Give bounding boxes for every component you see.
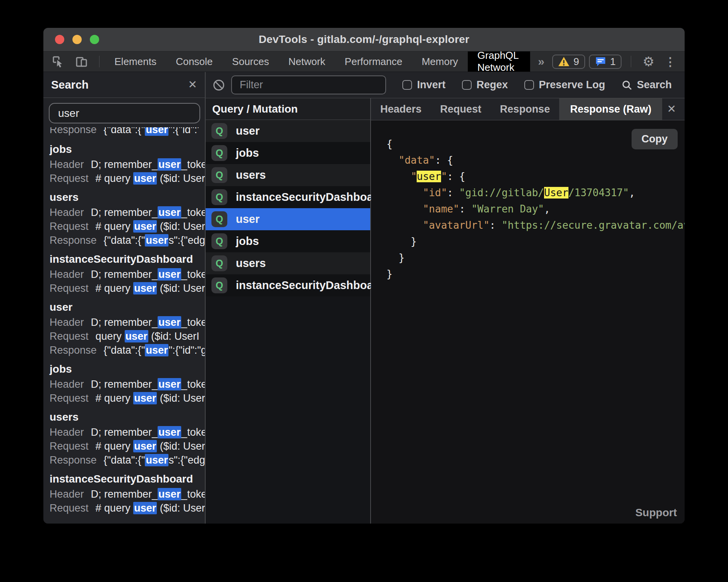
settings-gear-button[interactable]: ⚙ — [637, 51, 661, 72]
result-line-response[interactable]: Response{"data":{"user":{"id":"gid — [50, 343, 199, 357]
result-line-header[interactable]: HeaderD; remember_user_token=e — [50, 487, 199, 501]
result-line-response[interactable]: Response{"data":{"users":{"edges — [50, 233, 199, 247]
result-line-header[interactable]: HeaderD; remember_user_token=e — [50, 425, 199, 439]
result-line-header[interactable]: HeaderD; remember_user_token=e — [50, 205, 199, 219]
toolbar-search[interactable]: Search — [622, 79, 672, 91]
search-result-group[interactable]: userHeaderD; remember_user_token=eReques… — [50, 301, 199, 357]
query-row-jobs[interactable]: Qjobs — [206, 142, 370, 164]
result-text: # query — [96, 502, 134, 514]
result-text: ($id: UserI — [157, 440, 205, 452]
json-token: : — [489, 219, 501, 231]
result-line-label: Header — [50, 317, 84, 328]
tab-memory[interactable]: Memory — [412, 51, 468, 72]
checkbox-regex[interactable]: Regex — [462, 79, 508, 91]
result-line-request[interactable]: Requestquery user ($id: UserI — [50, 329, 199, 343]
result-line-request[interactable]: Request# query user ($id: UserI — [50, 281, 199, 295]
close-details-icon[interactable]: ✕ — [667, 104, 685, 115]
close-search-panel-icon[interactable]: ✕ — [188, 79, 197, 90]
result-group-title: user — [50, 301, 199, 314]
checkbox-box[interactable] — [402, 80, 412, 90]
result-line-request[interactable]: Request# query user ($id: UserI — [50, 171, 199, 185]
search-result-group[interactable]: instanceSecurityDashboardHeaderD; rememb… — [50, 472, 199, 515]
tab-response-raw[interactable]: Response (Raw) — [559, 98, 662, 120]
result-line-request[interactable]: Request# query user ($id: UserI — [50, 219, 199, 233]
tab-graphql-network[interactable]: GraphQL Network — [468, 51, 531, 72]
kebab-menu-button[interactable]: ⋮ — [661, 51, 685, 72]
result-text: # query — [96, 282, 134, 294]
checkbox-box[interactable] — [462, 80, 472, 90]
result-line-header[interactable]: HeaderD; remember_user_token=e — [50, 157, 199, 171]
tab-sources[interactable]: Sources — [222, 51, 278, 72]
json-token — [386, 154, 398, 166]
query-row-users[interactable]: Qusers — [206, 164, 370, 186]
result-line-label: Header — [50, 426, 84, 438]
search-result-group[interactable]: instanceSecurityDashboardHeaderD; rememb… — [50, 253, 199, 295]
messages-badge[interactable]: 1 — [589, 55, 622, 69]
query-row-label: users — [236, 169, 266, 181]
zoom-window-button[interactable] — [90, 35, 99, 44]
toolbar-divider — [99, 56, 100, 67]
highlighted-match: user — [133, 282, 157, 294]
result-text: # query — [96, 221, 134, 232]
result-text: # query — [96, 173, 134, 184]
clear-requests-button[interactable] — [213, 79, 225, 91]
json-token — [386, 203, 423, 215]
result-text: _token=e — [181, 488, 205, 500]
search-input[interactable] — [49, 103, 200, 123]
highlighted-match: user — [133, 440, 157, 452]
result-line-response[interactable]: Response{"data":{"user":{"id":"gid — [50, 127, 199, 137]
checkbox-invert[interactable]: Invert — [402, 79, 446, 91]
result-text: D; remember_ — [91, 488, 158, 500]
minimize-window-button[interactable] — [72, 35, 82, 44]
result-text: query — [96, 330, 125, 342]
result-text: ":{"id":"gid — [168, 344, 205, 356]
result-line-response[interactable]: Response{"data":{"users":{"edges — [50, 453, 199, 467]
badges-divider — [631, 56, 631, 67]
result-line-header[interactable]: HeaderD; remember_user_token=e — [50, 377, 199, 391]
search-result-group[interactable]: usersHeaderD; remember_user_token=eReque… — [50, 191, 199, 247]
search-result-group[interactable]: jobsHeaderD; remember_user_token=eReques… — [50, 363, 199, 405]
checkbox-box[interactable] — [524, 80, 534, 90]
device-toolbar-button[interactable] — [70, 51, 94, 72]
result-line-request[interactable]: Request# query user ($id: UserI — [50, 439, 199, 453]
result-line-header[interactable]: HeaderD; remember_user_token=e — [50, 267, 199, 281]
query-row-jobs[interactable]: Qjobs — [206, 230, 370, 252]
query-row-user[interactable]: Quser — [206, 120, 370, 142]
query-type-badge: Q — [211, 123, 227, 139]
checkbox-preserve-log[interactable]: Preserve Log — [524, 79, 605, 91]
tab-console[interactable]: Console — [166, 51, 222, 72]
result-line-request[interactable]: Request# query user ($id: UserI — [50, 391, 199, 405]
result-line-header[interactable]: HeaderD; remember_user_token=e — [50, 315, 199, 329]
inspect-element-button[interactable] — [43, 51, 70, 72]
highlighted-match: user — [133, 220, 157, 233]
query-row-instanceSecurityDashboard[interactable]: QinstanceSecurityDashboard — [206, 186, 370, 208]
search-result-group[interactable]: jobsHeaderD; remember_user_token=eReques… — [50, 143, 199, 185]
result-text: _token=e — [181, 269, 205, 280]
result-text: D; remember_ — [91, 426, 158, 438]
copy-button[interactable]: Copy — [632, 129, 678, 149]
filter-input[interactable] — [231, 75, 386, 94]
query-row-user[interactable]: Quser — [206, 208, 370, 230]
result-text: ($id: UserI — [157, 392, 205, 404]
warnings-badge[interactable]: 9 — [552, 55, 585, 69]
close-window-button[interactable] — [55, 35, 64, 44]
tab-elements[interactable]: Elements — [105, 51, 166, 72]
support-link[interactable]: Support — [635, 507, 677, 519]
tab-network[interactable]: Network — [279, 51, 335, 72]
query-row-users[interactable]: Qusers — [206, 252, 370, 274]
more-tabs-button[interactable]: » — [530, 51, 552, 72]
query-row-instanceSecurityDashboard[interactable]: QinstanceSecurityDashboard — [206, 274, 370, 296]
result-line-label: Header — [50, 488, 84, 500]
tab-request[interactable]: Request — [431, 98, 491, 120]
search-result-group[interactable]: usersHeaderD; remember_user_token=eReque… — [50, 411, 199, 467]
tab-response[interactable]: Response — [491, 98, 559, 120]
json-token: "data" — [398, 154, 435, 166]
query-list-header: Query / Mutation — [206, 98, 370, 120]
result-text: ($id: UserI — [148, 330, 199, 342]
tab-performance[interactable]: Performance — [335, 51, 412, 72]
tab-headers[interactable]: Headers — [371, 98, 431, 120]
inspect-cursor-icon — [51, 55, 65, 68]
result-line-request[interactable]: Request# query user ($id: UserI — [50, 501, 199, 515]
highlighted-match: user — [145, 234, 168, 246]
highlighted-match: user — [158, 206, 181, 219]
